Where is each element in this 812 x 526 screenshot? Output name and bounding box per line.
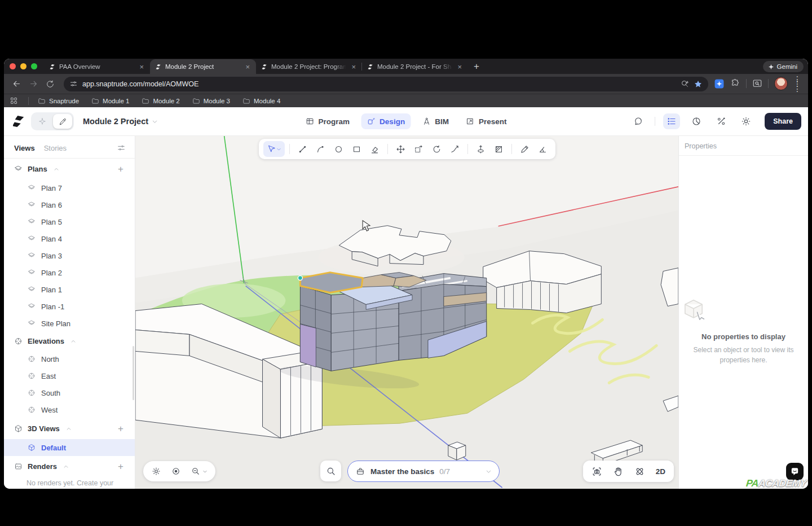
side-panel-icon[interactable]	[752, 78, 762, 89]
push-pull-tool[interactable]	[473, 141, 489, 157]
edit-pencil-button[interactable]	[53, 114, 72, 129]
plan-item[interactable]: Plan 5	[4, 213, 135, 230]
focus-target-button[interactable]	[171, 466, 181, 476]
render-camera-button[interactable]	[592, 466, 602, 477]
forward-button[interactable]	[25, 76, 41, 92]
3d-views-section-header[interactable]: 3D Views +	[4, 418, 135, 439]
rotate-tool[interactable]	[429, 141, 445, 157]
profile-avatar[interactable]	[774, 77, 788, 90]
orbit-button[interactable]	[634, 466, 645, 477]
apps-grid-icon[interactable]	[10, 97, 18, 105]
elevation-item[interactable]: West	[4, 401, 135, 418]
tab-views[interactable]: Views	[14, 144, 35, 152]
renders-section-header[interactable]: Renders +	[4, 456, 135, 477]
close-tab-icon[interactable]: ×	[456, 63, 464, 71]
minimize-window-button[interactable]	[20, 63, 27, 69]
watermark-academy: ACADEMY	[758, 477, 807, 489]
snaptrude-favicon	[262, 64, 268, 70]
bookmark-folder[interactable]: Module 1	[91, 97, 129, 105]
circle-tool[interactable]	[330, 141, 347, 157]
bookmark-star-icon[interactable]	[694, 80, 703, 89]
bookmark-folder[interactable]: Snaptrude	[38, 97, 79, 105]
reload-button[interactable]	[42, 76, 58, 92]
sidebar-scrollbar[interactable]	[133, 346, 134, 400]
elevation-item[interactable]: South	[4, 384, 135, 401]
zoom-window-button[interactable]	[31, 63, 37, 69]
plans-section-header[interactable]: Plans +	[4, 159, 135, 179]
elevations-section-header[interactable]: Elevations	[4, 332, 135, 350]
extend-tool[interactable]	[447, 141, 463, 157]
measure-tool[interactable]	[517, 141, 533, 157]
tutorial-pill[interactable]: Master the basics 0/7	[347, 461, 500, 482]
nav-design[interactable]: Design	[361, 113, 411, 129]
share-button[interactable]: Share	[765, 113, 801, 130]
snaptrude-logo[interactable]	[13, 115, 25, 128]
close-tab-icon[interactable]: ×	[244, 63, 251, 71]
2d-toggle-button[interactable]: 2D	[656, 467, 665, 476]
ai-sparkle-button[interactable]	[33, 114, 52, 129]
pan-hand-button[interactable]	[613, 466, 624, 477]
daylight-button[interactable]	[738, 113, 754, 129]
eraser-tool[interactable]	[367, 141, 383, 157]
3d-viewport[interactable]: Master the basics 0/7 2D	[135, 136, 678, 489]
add-render-button[interactable]: +	[114, 461, 127, 472]
plan-item[interactable]: Plan 6	[4, 196, 135, 213]
plan-item[interactable]: Plan -1	[4, 298, 135, 315]
vertex-handle[interactable]	[298, 276, 302, 280]
filter-button[interactable]	[117, 143, 126, 152]
bookmark-folder[interactable]: Module 2	[142, 97, 179, 105]
project-title[interactable]: Module 2 Project	[83, 117, 158, 126]
tab-stories[interactable]: Stories	[44, 144, 67, 152]
close-window-button[interactable]	[10, 63, 16, 69]
close-tab-icon[interactable]: ×	[350, 63, 358, 71]
bookmark-folder[interactable]: Module 3	[192, 97, 230, 105]
move-tool[interactable]	[392, 141, 409, 157]
section-tool[interactable]	[491, 141, 507, 157]
line-tool[interactable]	[294, 141, 311, 157]
comments-button[interactable]	[630, 113, 647, 129]
site-settings-icon[interactable]	[69, 80, 78, 88]
browser-menu-icon[interactable]: ⋮⋮⋮	[793, 77, 801, 91]
search-button[interactable]	[320, 461, 341, 481]
add-plan-button[interactable]: +	[114, 164, 127, 174]
copy-tool[interactable]	[411, 141, 427, 157]
browser-tab[interactable]: PAA Overview ×	[44, 59, 150, 74]
protractor-tool[interactable]	[535, 141, 551, 157]
nav-bim[interactable]: BIM	[416, 113, 454, 129]
address-bar[interactable]: app.snaptrude.com/model/AOMWOE	[64, 77, 708, 91]
pinned-extension-icon[interactable]	[714, 78, 725, 89]
elevation-item[interactable]: North	[4, 350, 135, 367]
browser-tab[interactable]: Module 2 Project: Program ×	[256, 59, 362, 74]
plan-item[interactable]: Plan 1	[4, 281, 135, 298]
elevation-item[interactable]: East	[4, 367, 135, 384]
nav-program[interactable]: Program	[300, 113, 356, 129]
arc-tool[interactable]	[312, 141, 329, 157]
search-lens-icon[interactable]	[681, 80, 689, 88]
plan-item[interactable]: Plan 7	[4, 179, 135, 196]
browser-tab[interactable]: Module 2 Project ×	[150, 59, 256, 74]
pie-chart-button[interactable]	[688, 113, 705, 129]
close-tab-icon[interactable]: ×	[138, 63, 145, 71]
back-button[interactable]	[8, 76, 24, 92]
plan-item[interactable]: Plan 4	[4, 230, 135, 247]
browser-tab[interactable]: Module 2 Project - For Sharin ×	[362, 59, 468, 74]
plan-item[interactable]: Plan 2	[4, 264, 135, 281]
new-tab-button[interactable]: +	[474, 61, 479, 72]
settings-gear-button[interactable]	[151, 466, 161, 476]
3d-views-list: Default	[4, 439, 135, 456]
add-3d-view-button[interactable]: +	[114, 423, 127, 434]
zoom-options-button[interactable]	[191, 466, 208, 476]
empty-cube-icon	[679, 295, 708, 325]
3d-view-item[interactable]: Default	[4, 439, 135, 456]
select-tool[interactable]	[263, 141, 285, 157]
views-list-button[interactable]	[663, 113, 680, 129]
rectangle-tool[interactable]	[348, 141, 365, 157]
graph-tools-button[interactable]	[713, 113, 730, 129]
nav-label: Program	[319, 117, 350, 126]
gemini-button[interactable]: Gemini	[763, 61, 804, 72]
extensions-puzzle-icon[interactable]	[730, 78, 740, 89]
plan-item[interactable]: Site Plan	[4, 315, 135, 332]
nav-present[interactable]: Present	[460, 113, 513, 129]
plan-item[interactable]: Plan 3	[4, 247, 135, 264]
bookmark-folder[interactable]: Module 4	[242, 97, 280, 105]
